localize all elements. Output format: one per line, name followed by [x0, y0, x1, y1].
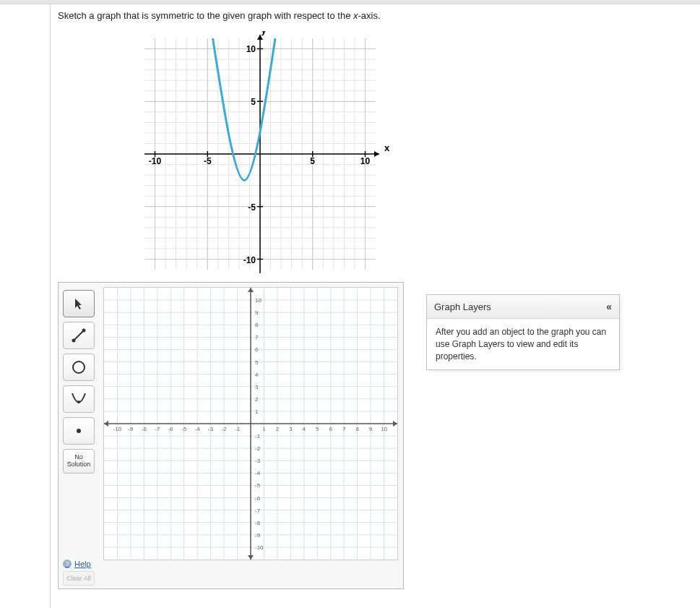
- svg-marker-112: [248, 288, 254, 292]
- question-text: Sketch a graph that is symmetric to the …: [58, 10, 700, 21]
- svg-text:-7: -7: [155, 426, 160, 432]
- circle-tool-button[interactable]: [63, 354, 95, 381]
- svg-text:-6: -6: [255, 495, 261, 502]
- svg-text:-10: -10: [113, 426, 122, 432]
- svg-text:-2: -2: [255, 445, 261, 452]
- point-tool-button[interactable]: [63, 417, 95, 445]
- svg-text:-3: -3: [255, 458, 261, 464]
- svg-marker-51: [257, 35, 263, 40]
- line-icon: [71, 327, 87, 343]
- line-tool-button[interactable]: [63, 322, 95, 349]
- svg-text:3: 3: [255, 384, 259, 390]
- svg-text:-3: -3: [208, 426, 214, 432]
- svg-text:-8: -8: [142, 426, 147, 432]
- svg-text:4: 4: [303, 426, 306, 432]
- svg-text:-7: -7: [255, 508, 261, 514]
- svg-text:6: 6: [329, 426, 333, 432]
- tick-x-10: 10: [360, 156, 371, 166]
- svg-marker-50: [374, 151, 379, 157]
- svg-marker-113: [248, 555, 254, 560]
- svg-text:-8: -8: [255, 520, 261, 526]
- parabola-tool-button[interactable]: [63, 385, 95, 413]
- svg-text:-4: -4: [195, 426, 201, 432]
- graph-layers-body: After you add an object to the graph you…: [427, 319, 619, 369]
- svg-text:9: 9: [369, 426, 373, 432]
- svg-text:-5: -5: [181, 426, 187, 432]
- svg-text:1: 1: [262, 426, 266, 432]
- circle-icon: [71, 359, 87, 375]
- given-graph: y x -10 -5 5 10 10 5 -5 -10: [130, 31, 700, 286]
- svg-marker-111: [104, 421, 108, 427]
- svg-text:-5: -5: [255, 482, 261, 489]
- clear-all-label: Clear All: [66, 575, 91, 582]
- graph-layers-panel: Graph Layers « After you add an object t…: [426, 294, 620, 370]
- svg-text:-2: -2: [222, 426, 228, 432]
- svg-text:7: 7: [342, 426, 346, 432]
- svg-text:-9: -9: [255, 532, 261, 539]
- graph-tool-frame: No Solution -10-9-8-7-6-5-4-3-2-11234567…: [58, 282, 404, 589]
- pointer-tool-button[interactable]: [63, 290, 95, 317]
- tick-x-neg10: -10: [149, 156, 162, 166]
- y-axis-label: y: [261, 31, 267, 35]
- svg-text:-10: -10: [255, 544, 264, 551]
- svg-point-61: [72, 339, 76, 343]
- svg-point-63: [73, 361, 85, 373]
- question-prefix: Sketch a graph that is symmetric to the …: [58, 10, 353, 21]
- svg-marker-110: [393, 421, 397, 427]
- left-divider: [50, 4, 51, 608]
- svg-point-64: [77, 401, 80, 403]
- tick-y-neg10: -10: [243, 255, 256, 265]
- svg-text:-9: -9: [128, 426, 134, 432]
- svg-text:-1: -1: [255, 433, 261, 440]
- svg-text:9: 9: [255, 309, 259, 316]
- svg-text:4: 4: [255, 372, 259, 378]
- help-label: Help: [74, 560, 91, 568]
- svg-point-62: [82, 329, 86, 333]
- svg-text:-1: -1: [235, 426, 241, 432]
- question-suffix: -axis.: [358, 10, 380, 21]
- svg-text:5: 5: [316, 426, 319, 432]
- graph-toolbar: No Solution: [63, 290, 100, 478]
- tick-y-neg5: -5: [248, 202, 256, 213]
- help-link[interactable]: ? Help: [63, 560, 95, 568]
- svg-text:5: 5: [255, 359, 259, 366]
- svg-text:3: 3: [289, 426, 293, 432]
- tick-y-5: 5: [251, 97, 256, 107]
- svg-text:8: 8: [255, 322, 259, 328]
- svg-text:2: 2: [276, 426, 280, 432]
- svg-text:-6: -6: [168, 426, 174, 432]
- svg-text:7: 7: [255, 334, 259, 341]
- svg-text:10: 10: [381, 426, 387, 432]
- collapse-icon[interactable]: «: [606, 301, 612, 312]
- parabola-icon: [70, 391, 87, 407]
- x-axis-label: x: [384, 142, 390, 153]
- tick-x-neg5: -5: [204, 156, 212, 166]
- graph-layers-header: Graph Layers «: [427, 295, 619, 319]
- svg-text:8: 8: [355, 426, 359, 432]
- point-icon: [74, 426, 84, 436]
- svg-text:6: 6: [255, 346, 259, 353]
- svg-text:2: 2: [255, 396, 259, 403]
- clear-all-button[interactable]: Clear All: [63, 571, 95, 586]
- tick-x-5: 5: [310, 156, 315, 166]
- svg-text:10: 10: [255, 297, 262, 304]
- top-divider: [0, 0, 700, 4]
- help-icon: ?: [63, 560, 72, 568]
- tick-y-10: 10: [246, 44, 256, 54]
- no-solution-button[interactable]: No Solution: [63, 449, 95, 474]
- graph-layers-title: Graph Layers: [434, 301, 491, 312]
- graph-canvas[interactable]: -10-9-8-7-6-5-4-3-2-11234567891010987654…: [103, 287, 398, 560]
- svg-point-65: [77, 429, 81, 433]
- svg-text:1: 1: [255, 408, 259, 415]
- pointer-icon: [73, 297, 85, 310]
- svg-text:-4: -4: [255, 470, 261, 476]
- no-solution-label-2: Solution: [67, 461, 91, 468]
